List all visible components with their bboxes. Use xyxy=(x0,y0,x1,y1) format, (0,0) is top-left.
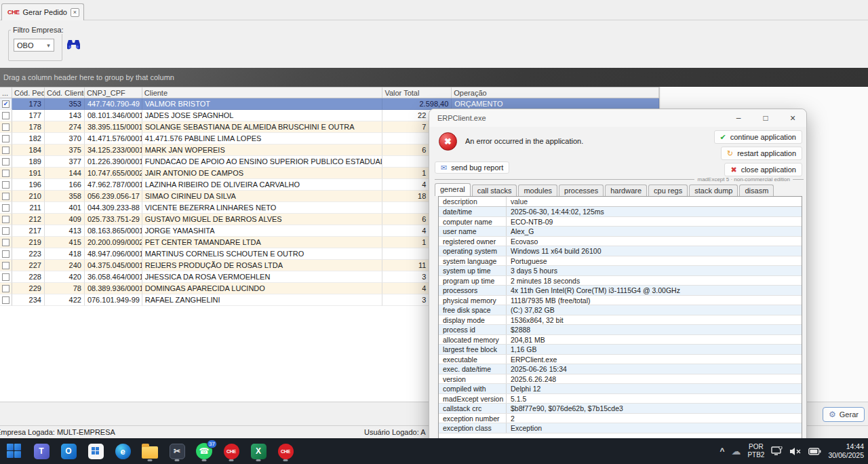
tab-disasm[interactable]: disasm xyxy=(739,185,774,196)
empresa-combobox[interactable]: OBO ▾ xyxy=(14,39,54,52)
info-value: ERPClient.exe xyxy=(507,355,802,364)
checkbox-unchecked[interactable] xyxy=(2,193,9,200)
checkbox-unchecked[interactable] xyxy=(2,147,9,154)
info-row[interactable]: exec. date/time2025-06-26 15:34 xyxy=(439,364,802,374)
info-row[interactable]: system up time3 days 5 hours xyxy=(439,266,802,276)
column-header[interactable]: Cliente xyxy=(142,88,383,98)
taskbar-app-che2[interactable]: CHE xyxy=(277,440,294,462)
taskbar-app-che[interactable]: CHE xyxy=(222,440,240,462)
action-label: close application xyxy=(741,166,796,174)
checkbox-unchecked[interactable] xyxy=(2,285,9,292)
taskbar-app-store[interactable] xyxy=(87,440,104,462)
minimize-icon[interactable]: – xyxy=(725,109,752,127)
checkbox-unchecked[interactable] xyxy=(2,181,9,189)
checkbox-unchecked[interactable] xyxy=(2,239,9,246)
tab-modules[interactable]: modules xyxy=(518,185,557,196)
column-header-description[interactable]: description xyxy=(439,197,507,206)
taskbar-app-whatsapp[interactable]: ☎37 xyxy=(195,440,213,462)
info-row[interactable]: system languagePortuguese xyxy=(439,256,802,267)
info-row[interactable]: computer nameECO-NTB-09 xyxy=(439,217,802,227)
column-header[interactable]: CNPJ_CPF xyxy=(85,88,142,98)
info-row[interactable]: madExcept version5.1.5 xyxy=(439,394,802,404)
continue-application-button[interactable]: ✔continue application xyxy=(714,130,802,144)
cell-cnpj: 076.101.949-99 xyxy=(85,294,142,306)
tray-chevron-up-icon[interactable]: ^ xyxy=(719,446,724,456)
info-description: madExcept version xyxy=(439,394,507,404)
checkbox-unchecked[interactable] xyxy=(2,296,9,304)
tab-stack-dump[interactable]: stack dump xyxy=(689,185,738,196)
gerar-button[interactable]: ⚙ Gerar xyxy=(823,407,865,422)
info-row[interactable]: compiled withDelphi 12 xyxy=(439,384,802,394)
column-header[interactable]: ... xyxy=(0,88,12,98)
column-header[interactable]: Operação xyxy=(452,88,659,98)
send-bug-report-button[interactable]: ✉ send bug report xyxy=(435,161,509,174)
row-select-cell xyxy=(0,294,12,306)
tab-processes[interactable]: processes xyxy=(559,185,604,196)
tab-hardware[interactable]: hardware xyxy=(605,185,647,196)
checkbox-unchecked[interactable] xyxy=(2,204,9,212)
close-icon[interactable]: × xyxy=(779,109,806,127)
battery-icon[interactable] xyxy=(808,448,821,455)
tab-general[interactable]: general xyxy=(435,183,471,196)
info-row[interactable]: user nameAlex_G xyxy=(439,227,802,237)
info-row[interactable]: physical memory1118/7935 MB (free/total) xyxy=(439,296,802,306)
column-header-value[interactable]: value xyxy=(507,197,802,206)
column-header[interactable]: Cód. Pedido xyxy=(12,88,45,98)
info-row[interactable]: callstack crc$b8f77e90, $076de62b, $7b15… xyxy=(439,404,802,414)
info-row[interactable]: processors4x 11th Gen Intel(R) Core(TM) … xyxy=(439,286,802,296)
cell-cliente: PET CENTER TAMANDARE LTDA xyxy=(142,237,383,248)
checkbox-unchecked[interactable] xyxy=(2,112,9,119)
chevron-down-icon[interactable]: ▾ xyxy=(43,42,54,49)
info-row[interactable]: exception number2 xyxy=(439,414,802,424)
clock[interactable]: 14:44 30/06/2025 xyxy=(828,442,864,460)
info-row[interactable]: display mode1536x864, 32 bit xyxy=(439,315,802,326)
language-indicator[interactable]: POR PTB2 xyxy=(747,443,764,459)
info-row[interactable]: exception classException xyxy=(439,423,802,433)
info-row[interactable]: process id$2888 xyxy=(439,325,802,335)
info-row[interactable]: program up time2 minutes 18 seconds xyxy=(439,276,802,286)
info-row[interactable]: version2025.6.26.248 xyxy=(439,374,802,385)
taskbar-app-start[interactable] xyxy=(5,440,23,462)
info-row[interactable]: allocated memory204,81 MB xyxy=(439,335,802,345)
checkbox-unchecked[interactable] xyxy=(2,227,9,235)
info-row[interactable]: date/time2025-06-30, 14:44:02, 125ms xyxy=(439,207,802,217)
checkbox-checked[interactable]: ✔ xyxy=(2,100,9,108)
info-row[interactable]: executableERPClient.exe xyxy=(439,355,802,365)
info-row[interactable]: free disk space(C:) 37,82 GB xyxy=(439,305,802,315)
taskbar-app-outlook[interactable]: O xyxy=(60,440,77,462)
checkbox-unchecked[interactable] xyxy=(2,250,9,258)
info-description: processors xyxy=(439,286,507,295)
maximize-icon[interactable]: □ xyxy=(752,109,779,127)
info-row[interactable]: operating systemWindows 11 x64 build 261… xyxy=(439,246,802,256)
checkbox-unchecked[interactable] xyxy=(2,135,9,142)
taskbar-app-excel[interactable]: X xyxy=(250,440,267,462)
info-row[interactable]: largest free block1,16 GB xyxy=(439,345,802,355)
tab-gerar-pedido[interactable]: CHE Gerar Pedido × xyxy=(1,3,84,20)
onedrive-cloud-icon[interactable]: ☁ xyxy=(731,446,741,457)
taskbar-app-teams[interactable]: T xyxy=(33,440,50,462)
checkbox-unchecked[interactable] xyxy=(2,216,9,223)
search-button[interactable] xyxy=(66,37,81,52)
volume-muted-icon[interactable] xyxy=(789,447,802,456)
taskbar-app-explorer[interactable] xyxy=(141,440,159,462)
info-description: executable xyxy=(439,355,507,364)
restart-application-button[interactable]: ↻restart application xyxy=(721,147,802,160)
taskbar-app-edge[interactable]: e xyxy=(114,440,132,462)
tab-cpu-regs[interactable]: cpu regs xyxy=(648,185,688,196)
checkbox-unchecked[interactable] xyxy=(2,123,9,131)
dialog-titlebar[interactable]: ERPClient.exe – □ × xyxy=(429,109,806,127)
taskbar-app-snipping[interactable]: ✂ xyxy=(168,440,186,462)
tab-call-stacks[interactable]: call stacks xyxy=(472,185,517,196)
close-application-button[interactable]: ✖close application xyxy=(724,163,802,176)
column-header[interactable]: Cód. Cliente xyxy=(45,88,85,98)
checkbox-unchecked[interactable] xyxy=(2,158,9,166)
column-header[interactable]: Valor Total xyxy=(382,88,452,98)
display-cast-icon[interactable] xyxy=(771,446,783,456)
checkbox-unchecked[interactable] xyxy=(2,170,9,177)
info-row[interactable]: registered ownerEcovaso xyxy=(439,237,802,247)
checkbox-unchecked[interactable] xyxy=(2,262,9,269)
tab-title: Gerar Pedido xyxy=(23,8,67,16)
tab-close-icon[interactable]: × xyxy=(71,8,79,17)
group-by-bar[interactable]: Drag a column header here to group by th… xyxy=(0,68,868,87)
checkbox-unchecked[interactable] xyxy=(2,273,9,281)
